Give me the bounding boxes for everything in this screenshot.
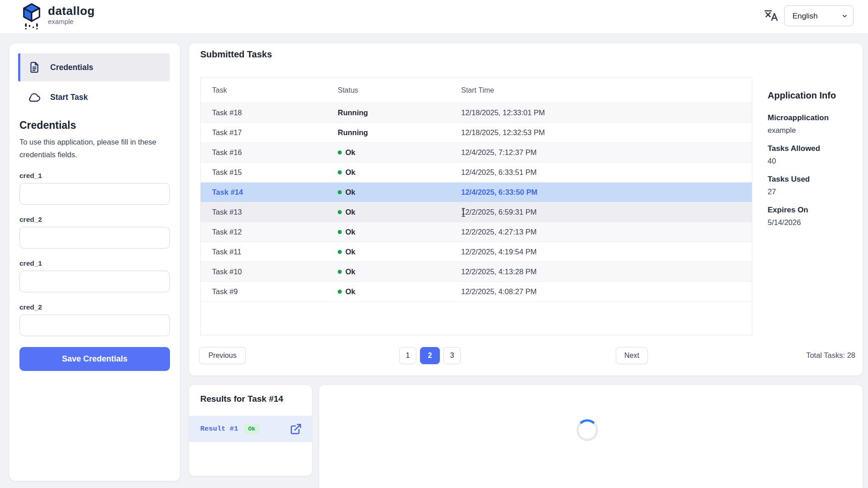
task-name-cell: Task #17 <box>201 128 326 137</box>
start-time-cell: 12/2/2025, 4:08:27 PM <box>450 287 752 296</box>
task-name-cell: Task #13 <box>201 208 326 216</box>
next-page-button[interactable]: Next <box>616 347 648 364</box>
status-ok-dot <box>338 210 342 214</box>
start-time-cell: 12/2/2025, 4:13:28 PM <box>450 267 752 276</box>
status-cell: Ok <box>326 188 450 197</box>
brand-subtitle: example <box>48 18 95 26</box>
status-cell: Ok <box>326 168 450 177</box>
table-row-task-13[interactable]: Task #13Ok12/2/2025, 6:59:31 PM <box>201 202 752 222</box>
app-info-item: Microapplicationexample <box>768 113 856 135</box>
sidebar-item-credentials[interactable]: Credentials <box>18 53 170 81</box>
results-card: Results for Task #14 Result #1Ok <box>189 385 312 476</box>
start-time-cell: 12/4/2025, 6:33:50 PM <box>450 188 752 197</box>
table-row-task-9[interactable]: Task #9Ok12/2/2025, 4:08:27 PM <box>201 282 752 302</box>
table-row-task-11[interactable]: Task #11Ok12/2/2025, 4:19:54 PM <box>201 242 752 262</box>
page-button-1[interactable]: 1 <box>399 347 416 364</box>
start-time-cell: 12/4/2025, 6:33:51 PM <box>450 168 752 177</box>
page-button-2[interactable]: 2 <box>420 347 440 364</box>
status-text: Ok <box>345 248 355 256</box>
sidebar-item-start-task[interactable]: Start Task <box>18 87 170 107</box>
column-header-task: Task <box>201 86 326 94</box>
status-ok-dot <box>338 170 342 174</box>
status-text: Ok <box>345 287 355 296</box>
status-cell: Ok <box>326 228 450 236</box>
result-row[interactable]: Result #1Ok <box>189 416 312 442</box>
task-name-cell: Task #11 <box>201 248 326 256</box>
status-cell: Ok <box>326 248 450 256</box>
document-icon <box>28 61 40 73</box>
status-text: Ok <box>345 188 355 197</box>
sidebar-item-label: Credentials <box>50 63 93 72</box>
translate-icon <box>764 8 778 24</box>
credentials-section: Credentials To use this application, ple… <box>9 119 180 371</box>
task-name-cell: Task #12 <box>201 228 326 236</box>
app-info-value: 5/14/2026 <box>768 217 856 227</box>
status-cell: Running <box>326 128 450 137</box>
active-indicator-bar <box>18 53 20 81</box>
start-time-cell: 12/4/2025, 7:12:37 PM <box>450 148 752 157</box>
previous-page-button[interactable]: Previous <box>199 347 246 364</box>
table-row-task-12[interactable]: Task #12Ok12/2/2025, 4:27:13 PM <box>201 222 752 242</box>
app-info-label: Expires On <box>768 205 856 215</box>
submitted-tasks-card: Submitted Tasks Task Status Start Time T… <box>189 43 863 375</box>
app-header: datallog example English <box>0 0 868 34</box>
tasks-table-body: Task #18Running12/18/2025, 12:33:01 PMTa… <box>201 103 752 302</box>
start-time-cell: 12/2/2025, 4:19:54 PM <box>450 248 752 256</box>
input-cred_1-0[interactable] <box>19 183 170 205</box>
text-cursor-pointer <box>461 208 466 219</box>
sidebar-nav: CredentialsStart Task <box>9 43 180 107</box>
result-label: Result #1 <box>200 425 238 433</box>
credentials-description: To use this application, please fill in … <box>19 136 160 161</box>
result-status-badge: Ok <box>244 424 259 434</box>
status-ok-dot <box>338 270 342 274</box>
app-info-label: Tasks Allowed <box>768 144 856 154</box>
table-row-task-17[interactable]: Task #17Running12/18/2025, 12:32:53 PM <box>201 123 752 143</box>
status-text: Running <box>338 128 368 137</box>
field-label-cred_2: cred_2 <box>19 216 170 224</box>
open-external-icon[interactable] <box>290 423 302 435</box>
application-info-title: Application Info <box>768 90 856 101</box>
app-info-item: Tasks Used27 <box>768 174 856 197</box>
page-button-3[interactable]: 3 <box>443 347 461 364</box>
status-cell: Ok <box>326 267 450 276</box>
sidebar: CredentialsStart Task Credentials To use… <box>9 43 180 481</box>
input-cred_2-3[interactable] <box>19 314 170 336</box>
task-name-cell: Task #18 <box>201 108 326 117</box>
input-cred_1-2[interactable] <box>19 271 170 292</box>
language-block: English <box>764 5 854 26</box>
table-row-task-18[interactable]: Task #18Running12/18/2025, 12:33:01 PM <box>201 103 752 123</box>
table-row-task-15[interactable]: Task #15Ok12/4/2025, 6:33:51 PM <box>201 163 752 183</box>
task-name-cell: Task #16 <box>201 148 326 157</box>
start-time-cell: 12/18/2025, 12:33:01 PM <box>450 108 752 117</box>
status-cell: Running <box>326 108 450 117</box>
input-cred_2-1[interactable] <box>19 227 170 249</box>
start-time-cell: 12/2/2025, 6:59:31 PM <box>450 208 752 216</box>
column-header-status: Status <box>326 86 450 94</box>
app-info-label: Microapplication <box>768 113 856 123</box>
credentials-fields: cred_1cred_2cred_1cred_2 <box>19 172 170 336</box>
table-row-task-10[interactable]: Task #10Ok12/2/2025, 4:13:28 PM <box>201 262 752 282</box>
app-info-value: 40 <box>768 156 856 166</box>
app-info-item: Expires On5/14/2026 <box>768 205 856 227</box>
table-row-task-14[interactable]: Task #14Ok12/4/2025, 6:33:50 PM <box>201 183 752 202</box>
status-ok-dot <box>338 250 342 254</box>
language-select[interactable]: English <box>784 5 854 26</box>
status-text: Running <box>338 108 368 117</box>
tasks-table-header: Task Status Start Time <box>201 78 752 103</box>
status-ok-dot <box>338 230 342 234</box>
table-row-task-16[interactable]: Task #16Ok12/4/2025, 7:12:37 PM <box>201 143 752 163</box>
field-label-cred_2: cred_2 <box>19 303 170 311</box>
results-title: Results for Task #14 <box>200 394 283 404</box>
status-cell: Ok <box>326 148 450 157</box>
field-label-cred_1: cred_1 <box>19 259 170 267</box>
task-name-cell: Task #10 <box>201 267 326 276</box>
start-time-cell: 12/18/2025, 12:32:53 PM <box>450 128 752 137</box>
task-name-cell: Task #15 <box>201 168 326 177</box>
status-text: Ok <box>345 148 355 157</box>
start-time-cell: 12/2/2025, 4:27:13 PM <box>450 228 752 236</box>
application-info-panel: Application Info Microapplicationexample… <box>768 90 856 236</box>
status-text: Ok <box>345 168 355 177</box>
status-ok-dot <box>338 190 342 194</box>
app-info-value: 27 <box>768 187 856 197</box>
save-credentials-button[interactable]: Save Credentials <box>19 347 170 371</box>
